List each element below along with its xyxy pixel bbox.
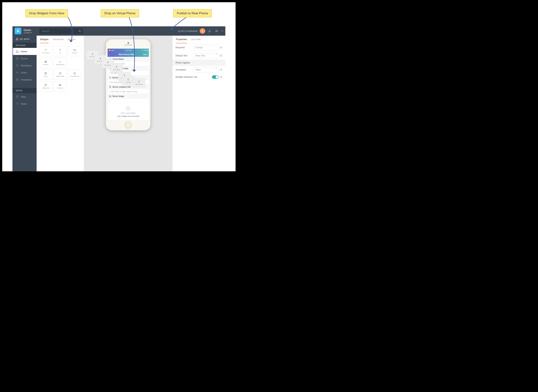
svg-rect-19 [16, 79, 18, 80]
workflows-icon [16, 64, 19, 67]
prop-defaulttext-select[interactable]: Plain Text [194, 53, 219, 58]
tab-listview[interactable]: List View [191, 36, 201, 43]
svg-rect-9 [16, 39, 17, 40]
prop-annotation-select[interactable]: Allow [194, 67, 219, 72]
phone-capture-note: Note: Images can be annoted [108, 115, 149, 117]
svg-marker-0 [69, 40, 73, 42]
sidebar-item-templates[interactable]: Templates [12, 76, 37, 83]
widget-clock[interactable]: TIMESTAMP [54, 70, 67, 80]
widget-label: TIMESTAMP [56, 75, 64, 77]
required-dot: • [109, 72, 110, 74]
svg-rect-8 [17, 38, 18, 39]
annotation-arrow-3 [169, 16, 194, 33]
widget-textbox[interactable]: TE [54, 46, 67, 56]
widget-signature[interactable]: SIGNATURE [54, 58, 67, 68]
phone-save-button[interactable]: save [143, 53, 147, 56]
svg-point-15 [18, 65, 18, 65]
phone-capture-area[interactable]: Tap to add images Note: Images can be an… [108, 103, 149, 120]
camera-icon [44, 60, 47, 63]
help-icon[interactable]: ? [220, 54, 222, 57]
sidebar-item-label: Home [21, 50, 27, 53]
sidebar-item-label: Forms [21, 57, 28, 60]
widgets-panel: Widgets Advanced Recent TEXT BOX TE GROU… [37, 36, 84, 171]
help-icon[interactable]: ? [220, 46, 222, 49]
sidebar-myapps-label: MY APPS [20, 38, 29, 40]
widget-label: GROUP [72, 52, 77, 54]
calendar-icon [44, 72, 47, 75]
phone-field-value[interactable]: • [108, 98, 149, 103]
toggle-icon [58, 84, 62, 87]
data-icon [16, 95, 19, 98]
svg-point-36 [74, 73, 76, 75]
sidebar-item-workflows[interactable]: Workflows [12, 62, 37, 69]
folder-icon [73, 48, 76, 51]
app-title-block[interactable]: Demo v2.000 [24, 28, 32, 34]
grid-icon [16, 38, 18, 41]
prop-annotation: Annotation Allow ? [173, 66, 225, 74]
phone-field-placeholder: Click here to Open Server comp... [111, 91, 139, 93]
required-dot: • [109, 81, 110, 83]
prop-required-input[interactable]: Prompt [194, 45, 219, 50]
drag-ghost-label: TEXT B [126, 82, 131, 83]
textbox-icon [106, 61, 109, 64]
prop-multisel-label: Multiple Selection [176, 76, 194, 78]
widget-stopwatch[interactable]: STOPWATCH [68, 70, 81, 80]
svg-marker-1 [132, 70, 136, 72]
textbox-icon [99, 57, 102, 60]
chevron-right-icon: › [147, 63, 147, 65]
textbox-icon [44, 48, 47, 51]
plus-icon [201, 30, 204, 32]
phone-back-button[interactable]: ‹ [109, 53, 110, 56]
stopwatch-icon [73, 72, 76, 75]
widget-folder[interactable]: GROUP [68, 46, 81, 56]
forms-icon [16, 57, 19, 60]
prop-defaulttext-label: Default Text [176, 54, 194, 57]
required-dot: • [109, 90, 110, 93]
textbox-icon [127, 79, 130, 81]
user-menu[interactable]: JK [214, 28, 223, 34]
phone-field-label: Server Name [112, 58, 124, 60]
widget-camera[interactable]: PHOTO [39, 58, 52, 68]
camera-icon [125, 106, 131, 111]
tab-properties[interactable]: Properties [176, 36, 187, 43]
drag-ghost: TEXT B [122, 76, 134, 86]
phone-field-header[interactable]: Server image [108, 94, 149, 98]
widget-textbox[interactable]: TEXT BOX [39, 46, 52, 56]
sidebar-myapps[interactable]: MY APPS [12, 36, 37, 43]
notifications-button[interactable] [207, 28, 212, 34]
sidebar-item-users[interactable]: Users [12, 69, 37, 76]
prop-annotation-label: Annotation [176, 69, 194, 71]
help-icon[interactable]: ? [220, 69, 222, 71]
phone-field-label: Server company info [112, 86, 131, 88]
tasks-icon [16, 102, 19, 105]
app-version: v2.000 [24, 32, 32, 34]
sidebar-item-label: Users [21, 71, 27, 74]
widget-calendar[interactable]: DATE [39, 70, 52, 80]
prop-defaulttext: Default Text Plain Text ? [173, 51, 225, 60]
phone-field-label: Server image [112, 95, 124, 97]
help-icon[interactable]: ? [220, 76, 222, 78]
textbox-icon [58, 48, 62, 51]
drag-ghost-label: TEXT BOX [113, 69, 120, 70]
widget-label: STOPWATCH [70, 75, 79, 77]
widget-label: PHOTO [43, 64, 48, 65]
camera-icon [109, 95, 111, 97]
svg-point-16 [17, 66, 18, 66]
widget-link[interactable]: WEB LINK [39, 81, 52, 91]
prop-multisel-toggle[interactable] [212, 75, 219, 79]
widget-toggle[interactable]: TOGGLE [54, 81, 67, 91]
sidebar-item-home[interactable]: Home [12, 48, 37, 55]
prop-multisel: Multiple Selection Yes ? [173, 74, 225, 80]
sidebar-item-data[interactable]: Data [12, 93, 37, 100]
tab-widgets[interactable]: Widgets [40, 36, 49, 43]
svg-point-3 [79, 30, 80, 32]
phone-field-value[interactable]: • Click here to Open Server comp... › [108, 89, 149, 94]
svg-line-4 [80, 31, 81, 32]
textbox-icon [115, 66, 118, 68]
sidebar-item-tasks[interactable]: Tasks [12, 100, 37, 107]
textbox-icon [91, 53, 94, 55]
sidebar-item-forms[interactable]: Forms [12, 55, 37, 62]
prop-section-photo: Photo Capture [173, 60, 225, 66]
add-button[interactable] [200, 28, 205, 34]
sidebar-section-builder: BUILDER [12, 43, 37, 48]
